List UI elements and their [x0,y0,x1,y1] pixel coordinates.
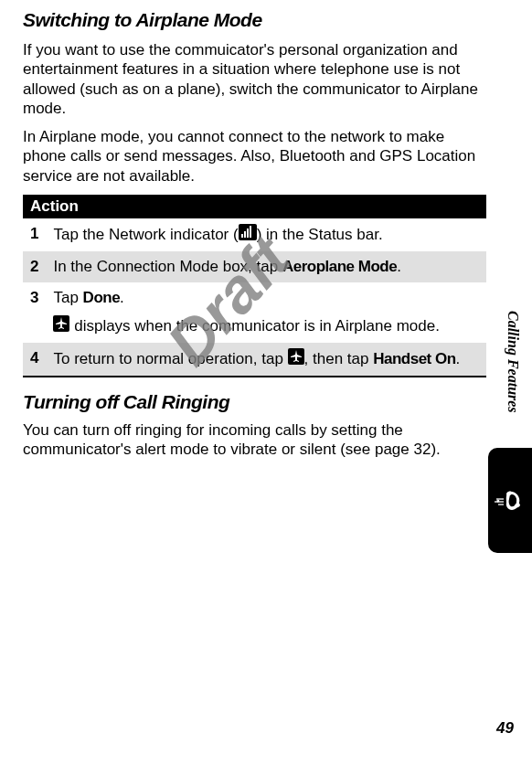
step-text: In the Connection Mode box, tap Aeroplan… [46,251,486,282]
step-number: 3 [23,282,46,343]
svg-rect-3 [247,228,249,238]
phone-tab-icon [488,448,532,553]
svg-rect-1 [241,234,243,238]
step-text: Tap the Network indicator () in the Stat… [46,218,486,251]
signal-icon [239,224,257,246]
done-label: Done [83,289,121,306]
step-number: 4 [23,343,46,376]
intro-paragraph-1: If you want to use the commuicator's per… [23,40,486,118]
action-table: Action 1 Tap the Network indicator () in… [23,195,486,377]
table-row: 2 In the Connection Mode box, tap Aeropl… [23,251,486,282]
table-row: 3 Tap Done. displays when the communicat… [23,282,486,343]
handset-on-label: Handset On [373,350,455,367]
ringing-paragraph: You can turn off ringing for incoming ca… [23,420,486,460]
step-number: 2 [23,251,46,282]
step-number: 1 [23,218,46,251]
step-text: To return to normal operation, tap , the… [46,343,486,376]
heading-call-ringing: Turning off Call Ringing [23,391,486,413]
step-4-post: . [456,350,461,367]
step-3-post: . [120,289,124,306]
step-2-pre: In the Connection Mode box, tap [53,258,282,275]
action-table-header: Action [23,195,486,218]
step-2-post: . [397,258,401,275]
step-3-pre: Tap [53,289,82,306]
airplane-icon [288,348,304,370]
intro-paragraph-2: In Airplane mode, you cannot connect to … [23,127,486,186]
step-text: Tap Done. displays when the communicator… [46,282,486,343]
step-4-mid: , then tap [304,350,374,367]
svg-rect-2 [244,231,246,238]
table-row: 1 Tap the Network indicator () in the St… [23,218,486,251]
section-side-label: Calling Features [505,311,521,413]
svg-rect-4 [250,226,251,238]
step-3-extra: displays when the communicator is in Air… [69,317,439,335]
airplane-icon [53,315,69,337]
aeroplane-mode-label: Aeroplane Mode [282,258,397,275]
step-4-pre: To return to normal operation, tap [53,350,287,367]
step-1-pre: Tap the Network indicator ( [53,225,238,242]
page-number: 49 [496,719,514,738]
table-divider [23,376,486,377]
heading-airplane-mode: Switching to Airplane Mode [23,9,486,31]
step-1-post: ) in the Status bar. [257,225,383,242]
table-row: 4 To return to normal operation, tap , t… [23,343,486,376]
